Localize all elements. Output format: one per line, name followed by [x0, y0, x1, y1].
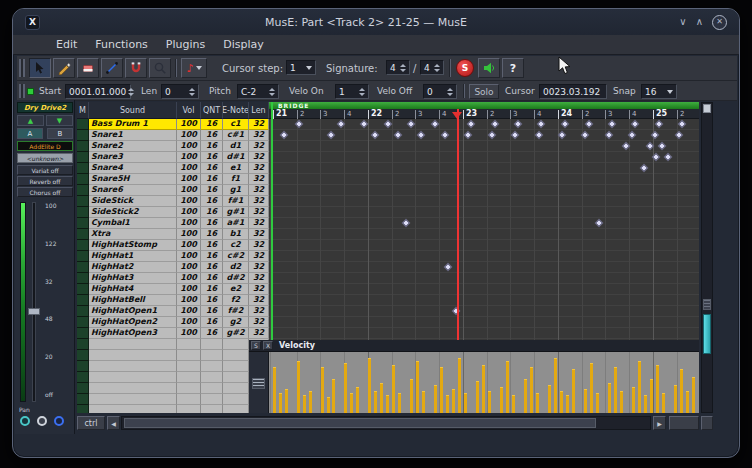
- mute-cell[interactable]: [77, 218, 89, 229]
- note-diamond[interactable]: [646, 142, 654, 150]
- drum-enote[interactable]: c#1: [223, 130, 249, 141]
- velocity-bar[interactable]: [309, 391, 312, 413]
- velocity-bar[interactable]: [554, 358, 557, 413]
- note-diamond[interactable]: [622, 142, 630, 150]
- drum-vol[interactable]: 100: [177, 174, 201, 185]
- drum-row[interactable]: Snare210016d132: [77, 141, 269, 152]
- drum-len[interactable]: 32: [249, 141, 269, 152]
- mute-cell[interactable]: [77, 152, 89, 163]
- velocity-bar[interactable]: [374, 391, 377, 413]
- vertical-scrollbar[interactable]: [701, 102, 713, 413]
- drum-enote[interactable]: b1: [223, 229, 249, 240]
- drum-len[interactable]: 32: [249, 163, 269, 174]
- drum-row[interactable]: HighHatOpen210016g232: [77, 317, 269, 328]
- drum-qnt[interactable]: 16: [201, 284, 223, 295]
- mute-cell[interactable]: [77, 262, 89, 273]
- snap-select[interactable]: 16: [641, 84, 677, 99]
- drum-len[interactable]: 32: [249, 185, 269, 196]
- drum-enote[interactable]: f#1: [223, 196, 249, 207]
- spinner-arrows-icon[interactable]: [359, 88, 365, 96]
- drum-len[interactable]: 32: [249, 251, 269, 262]
- velocity-bar[interactable]: [416, 361, 419, 413]
- drum-qnt[interactable]: 16: [201, 207, 223, 218]
- velocity-bar[interactable]: [285, 389, 288, 413]
- note-diamond[interactable]: [535, 131, 543, 139]
- velocity-bar[interactable]: [321, 367, 324, 413]
- velocity-bar[interactable]: [644, 395, 647, 413]
- note-diamond[interactable]: [628, 131, 636, 139]
- record-arm-down-button[interactable]: ▼: [46, 115, 73, 126]
- drum-vol[interactable]: 100: [177, 152, 201, 163]
- drum-row[interactable]: Snare110016c#132: [77, 130, 269, 141]
- output-port-display[interactable]: AddElite D: [17, 141, 73, 151]
- start-position-input[interactable]: 0001.01.000: [65, 84, 131, 99]
- mute-cell[interactable]: [77, 174, 89, 185]
- drum-row[interactable]: HighHatBell10016f232: [77, 295, 269, 306]
- velocity-bar[interactable]: [297, 361, 300, 413]
- drum-row[interactable]: HighHat410016e232: [77, 284, 269, 295]
- spinner-arrows-icon[interactable]: [269, 88, 275, 96]
- mute-cell[interactable]: [77, 207, 89, 218]
- velocity-bar[interactable]: [572, 369, 575, 413]
- controller-select-button[interactable]: ctrl: [77, 416, 105, 430]
- signature-denominator-spinbox[interactable]: 4: [420, 60, 444, 75]
- note-diamond[interactable]: [655, 120, 663, 128]
- drum-qnt[interactable]: 16: [201, 152, 223, 163]
- record-arm-up-button[interactable]: ▲: [17, 115, 44, 126]
- velocity-bar[interactable]: [680, 369, 683, 413]
- drum-vol[interactable]: 100: [177, 262, 201, 273]
- drum-row[interactable]: Snare610016g132: [77, 185, 269, 196]
- velocity-bar[interactable]: [350, 393, 353, 413]
- drum-row[interactable]: HighHatStomp10016c232: [77, 240, 269, 251]
- drum-len[interactable]: 32: [249, 130, 269, 141]
- drum-enote[interactable]: g#2: [223, 328, 249, 339]
- bank-b-button[interactable]: B: [47, 128, 73, 139]
- note-diamond[interactable]: [337, 120, 345, 128]
- hscroll-thumb[interactable]: [124, 418, 596, 428]
- note-diamond[interactable]: [280, 131, 288, 139]
- note-diamond[interactable]: [514, 120, 522, 128]
- drum-qnt[interactable]: 16: [201, 306, 223, 317]
- drum-len[interactable]: 32: [249, 328, 269, 339]
- note-diamond[interactable]: [652, 153, 660, 161]
- velocity-bar[interactable]: [632, 387, 635, 413]
- mute-cell[interactable]: [77, 119, 89, 130]
- velocity-bar[interactable]: [500, 387, 503, 413]
- drum-len[interactable]: 32: [249, 306, 269, 317]
- velocity-bar[interactable]: [536, 393, 539, 413]
- input-routing-knob[interactable]: [54, 416, 64, 426]
- velocity-bar[interactable]: [512, 395, 515, 413]
- note-diamond[interactable]: [371, 131, 379, 139]
- velocity-bar[interactable]: [560, 391, 563, 413]
- strip-control-1[interactable]: Reverb off: [17, 176, 73, 186]
- drum-qnt[interactable]: 16: [201, 240, 223, 251]
- cursor-step-select[interactable]: 1: [286, 60, 316, 75]
- velocity-bar[interactable]: [686, 391, 689, 413]
- drum-enote[interactable]: f1: [223, 174, 249, 185]
- drum-enote[interactable]: c#2: [223, 251, 249, 262]
- drum-vol[interactable]: 100: [177, 306, 201, 317]
- mute-cell[interactable]: [77, 163, 89, 174]
- drum-qnt[interactable]: 16: [201, 185, 223, 196]
- signature-numerator-spinbox[interactable]: 4: [386, 60, 410, 75]
- drum-qnt[interactable]: 16: [201, 317, 223, 328]
- drum-enote[interactable]: a#1: [223, 218, 249, 229]
- vscroll-zoom-handle[interactable]: [703, 299, 711, 310]
- drum-vol[interactable]: 100: [177, 163, 201, 174]
- note-diamond[interactable]: [444, 263, 452, 271]
- horizontal-scrollbar[interactable]: [121, 416, 651, 430]
- velocity-bar[interactable]: [656, 365, 659, 413]
- drum-enote[interactable]: f#2: [223, 306, 249, 317]
- drum-len[interactable]: 32: [249, 273, 269, 284]
- velocity-bar[interactable]: [452, 389, 455, 413]
- drum-row[interactable]: HighHatOpen110016f#232: [77, 306, 269, 317]
- velocity-bar[interactable]: [410, 379, 413, 413]
- drum-enote[interactable]: d2: [223, 262, 249, 273]
- drum-vol[interactable]: 100: [177, 119, 201, 130]
- note-diamond[interactable]: [664, 153, 672, 161]
- hscroll-zoom-handle[interactable]: [669, 416, 699, 430]
- velocity-bar[interactable]: [530, 367, 533, 413]
- velocity-bar[interactable]: [386, 395, 389, 413]
- cursor-position-input[interactable]: 0023.03.192: [539, 84, 607, 99]
- drum-vol[interactable]: 100: [177, 229, 201, 240]
